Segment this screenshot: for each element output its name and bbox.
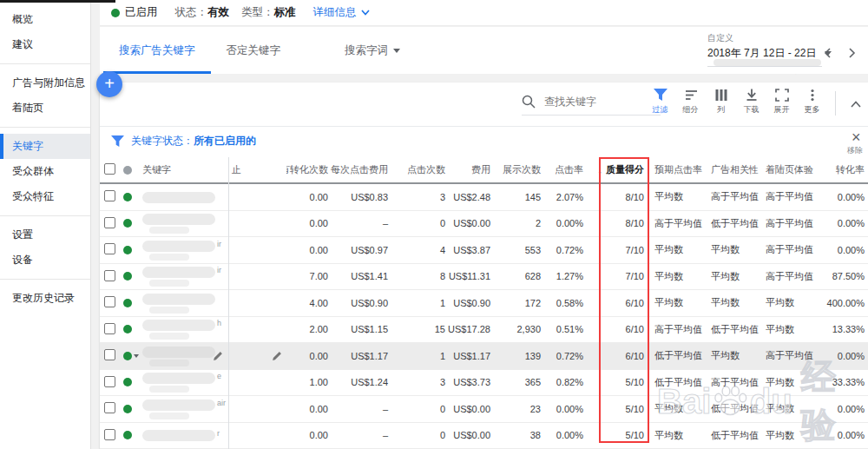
- sidebar-item-keywords[interactable]: 关键字: [0, 134, 90, 159]
- more-button[interactable]: 更多: [797, 89, 827, 116]
- blurred-keyword-line2: [149, 307, 189, 314]
- col-conversion-rate[interactable]: 转化率: [825, 163, 865, 176]
- add-keyword-fab[interactable]: +: [96, 71, 122, 97]
- cell-ad-relevance: 平均数: [709, 296, 764, 309]
- row-checkbox[interactable]: [104, 190, 115, 201]
- sidebar-item-devices[interactable]: 设备: [0, 248, 90, 273]
- cell-quality-score: 6/10: [583, 351, 644, 361]
- sidebar-item-ads-extensions[interactable]: 广告与附加信息: [0, 70, 90, 96]
- table-row[interactable]: ir 0.00 US$0.97 4 US$3.87 553 0.72% 7/10…: [100, 237, 868, 264]
- table-row[interactable]: e 1.00 US$1.24 3 US$3.73 365 0.82% 5/10 …: [100, 370, 868, 397]
- keyword-fragment: h: [217, 319, 221, 327]
- next-period-button[interactable]: [848, 48, 856, 58]
- cell-cpc: US$1.24: [328, 377, 388, 387]
- keyword-enabled-dot[interactable]: [123, 272, 132, 281]
- sidebar-item-settings[interactable]: 设置: [0, 222, 90, 248]
- tab-search-keywords[interactable]: 搜索广告关键字: [103, 27, 211, 74]
- filter-button[interactable]: 过滤: [645, 89, 675, 116]
- edit-keyword-icon[interactable]: [213, 351, 223, 361]
- row-checkbox[interactable]: [104, 296, 115, 307]
- row-checkbox[interactable]: [104, 349, 115, 360]
- row-checkbox[interactable]: [104, 376, 115, 387]
- select-all-checkbox[interactable]: [104, 163, 115, 175]
- details-link[interactable]: 详细信息: [313, 5, 370, 20]
- table-row[interactable]: 0.00 – 0 US$0.00 2 0.00% 8/10 高于平均值 低于平均…: [100, 211, 868, 238]
- columns-button[interactable]: 列: [706, 89, 736, 116]
- col-quality-score[interactable]: ↓质量得分: [583, 163, 644, 176]
- cell-clicks: 8: [388, 271, 445, 281]
- cell-expected-ctr: 平均数: [653, 243, 709, 256]
- cell-cpc: –: [328, 218, 388, 228]
- keyword-enabled-dot[interactable]: [123, 299, 132, 307]
- row-checkbox[interactable]: [104, 270, 115, 281]
- sidebar-item-change-history[interactable]: 更改历史记录: [0, 286, 90, 311]
- table-row[interactable]: 4.00 US$0.90 1 US$0.90 172 0.58% 6/10 平均…: [100, 290, 868, 317]
- cell-impressions: 145: [490, 192, 541, 202]
- cell-landing-page-exp: 高于平均值: [764, 243, 825, 256]
- sidebar-item-recommendations[interactable]: 建议: [0, 32, 90, 57]
- keyword-enabled-dot[interactable]: [123, 405, 132, 413]
- col-expected-ctr[interactable]: 预期点击率: [653, 163, 709, 176]
- enabled-status-dot: [111, 9, 120, 17]
- table-row[interactable]: air 0.00 – 0 US$0.00 23 0.00% 5/10 平均数 低…: [100, 396, 868, 423]
- cell-cpc: US$1.17: [328, 351, 388, 361]
- segment-icon: [684, 89, 698, 102]
- row-checkbox[interactable]: [104, 429, 115, 440]
- col-final-url[interactable]: 止: [228, 163, 286, 176]
- table-row[interactable]: ir 7.00 US$1.41 8 US$11.31 628 1.27% 7/1…: [100, 264, 868, 291]
- keyword-status-filter-chip[interactable]: 关键字状态：所有已启用的: [131, 127, 256, 155]
- cell-conversion-rate: 0.00%: [825, 404, 865, 414]
- keyword-enabled-dot[interactable]: [123, 431, 132, 439]
- previous-period-button[interactable]: [824, 48, 832, 58]
- remove-filter-icon[interactable]: ×: [852, 129, 861, 147]
- sidebar-item-demographics[interactable]: 受众特征: [0, 184, 90, 209]
- keyword-cell: [142, 191, 228, 203]
- download-button[interactable]: 下载: [736, 89, 766, 116]
- table-row[interactable]: h 2.00 US$1.15 15 US$17.28 2,930 0.51% 6…: [100, 317, 868, 344]
- keyword-enabled-dot[interactable]: [123, 219, 132, 228]
- cell-conversion-rate: 0.00%: [825, 192, 865, 202]
- table-row[interactable]: 0.00 US$1.17 1 US$1.17 139 0.72% 6/10 低于…: [100, 343, 868, 370]
- edit-url-icon[interactable]: [272, 351, 282, 361]
- cell-cost: US$0.00: [445, 218, 490, 228]
- row-checkbox[interactable]: [104, 243, 115, 254]
- tab-search-terms[interactable]: 搜索字词: [329, 27, 416, 74]
- table-row[interactable]: 0.00 US$0.83 3 US$2.48 145 2.07% 8/10 平均…: [100, 184, 868, 211]
- cell-all-conversions: 4.00: [286, 298, 328, 308]
- col-ctr[interactable]: 点击率: [541, 163, 583, 176]
- search-box[interactable]: [522, 95, 661, 116]
- sidebar-divider: [0, 127, 90, 128]
- keyword-cell: air: [142, 399, 228, 419]
- collapse-panel-button[interactable]: [845, 93, 867, 116]
- row-checkbox[interactable]: [104, 402, 115, 413]
- col-cpc[interactable]: 每次点击费用: [328, 163, 388, 176]
- sidebar-item-overview[interactable]: 概览: [0, 7, 90, 32]
- keyword-enabled-dot[interactable]: [123, 193, 132, 201]
- sidebar-item-audiences[interactable]: 受众群体: [0, 159, 90, 184]
- keyword-enabled-dot[interactable]: [123, 352, 132, 360]
- col-impressions[interactable]: 展示次数: [490, 163, 541, 176]
- cell-ad-relevance: 高于平均值: [709, 376, 764, 389]
- row-checkbox[interactable]: [104, 323, 115, 334]
- sidebar-item-landing-pages[interactable]: 着陆页: [0, 96, 90, 121]
- search-input[interactable]: [544, 96, 640, 108]
- tab-negative-keywords[interactable]: 否定关键字: [211, 27, 297, 74]
- enabled-label[interactable]: 已启用: [125, 5, 158, 20]
- col-ad-relevance[interactable]: 广告相关性: [709, 163, 764, 176]
- cell-quality-score: 7/10: [583, 271, 644, 281]
- table-row[interactable]: r 0.00 – 0 US$0.00 38 0.00% 5/10 平均数 低于平…: [100, 423, 868, 449]
- cell-ctr: 0.72%: [541, 245, 583, 255]
- cell-expected-ctr: 高于平均值: [653, 323, 709, 336]
- keyword-enabled-dot[interactable]: [123, 325, 132, 333]
- expand-button[interactable]: 展开: [766, 89, 797, 116]
- keyword-enabled-dot[interactable]: [123, 246, 132, 254]
- segment-button[interactable]: 细分: [675, 89, 706, 116]
- col-all-conversions[interactable]: 所有转化次数: [286, 163, 328, 176]
- keyword-enabled-dot[interactable]: [123, 378, 132, 386]
- col-landing-page-exp[interactable]: 着陆页体验: [764, 163, 825, 176]
- row-checkbox[interactable]: [104, 217, 115, 228]
- col-keyword[interactable]: 关键字: [142, 163, 228, 176]
- col-clicks[interactable]: 点击次数: [388, 163, 445, 176]
- cell-clicks: 0: [388, 430, 445, 440]
- col-cost[interactable]: 费用: [445, 163, 490, 176]
